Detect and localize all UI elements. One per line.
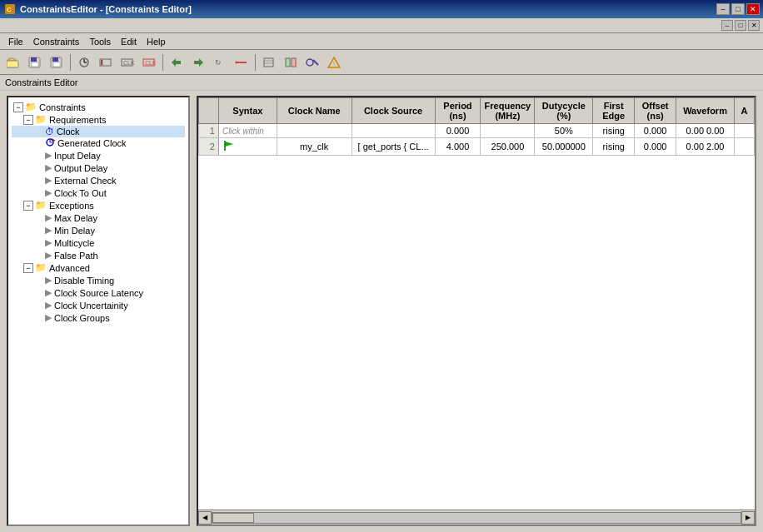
col-clock-source[interactable]: Clock Source bbox=[352, 98, 435, 124]
gen-clock-icon bbox=[45, 138, 55, 148]
toolbar-timing-1[interactable] bbox=[74, 53, 94, 72]
h-scroll-track[interactable] bbox=[212, 512, 741, 524]
toolbar-timing-4[interactable]: CLK bbox=[139, 53, 159, 72]
tree-item-clock[interactable]: ⏱ Clock bbox=[12, 126, 185, 137]
table-container[interactable]: Syntax Clock Name Clock Source Period(ns… bbox=[198, 97, 755, 510]
h-scroll-thumb[interactable] bbox=[212, 513, 254, 523]
advanced-expander[interactable]: − bbox=[23, 263, 33, 273]
svg-text:C: C bbox=[7, 6, 12, 13]
maximize-button[interactable]: □ bbox=[731, 3, 745, 15]
col-frequency[interactable]: Frequency(MHz) bbox=[481, 98, 535, 124]
table-row[interactable]: 1Click within0.00050%rising0.0000.00 0.0… bbox=[199, 124, 755, 138]
table-row[interactable]: 2my_clk[ get_ports { CL...4.000250.00050… bbox=[199, 138, 755, 156]
inner-close[interactable]: ✕ bbox=[748, 20, 760, 31]
tree-item-clock-to-out[interactable]: ▶ Clock To Out bbox=[12, 186, 185, 199]
tree-item-output-delay[interactable]: ▶ Output Delay bbox=[12, 162, 185, 174]
exceptions-icon: 📁 bbox=[35, 200, 47, 211]
clock-source-cell[interactable]: [ get_ports { CL... bbox=[352, 138, 435, 156]
svg-marker-24 bbox=[235, 61, 237, 64]
col-dutycycle[interactable]: Dutycycle(%) bbox=[535, 98, 593, 124]
extra-cell[interactable] bbox=[734, 124, 754, 138]
requirements-expander[interactable]: − bbox=[23, 115, 33, 125]
clock-table: Syntax Clock Name Clock Source Period(ns… bbox=[198, 97, 755, 156]
toolbar-btn-5[interactable] bbox=[167, 53, 187, 72]
exceptions-expander[interactable]: − bbox=[23, 201, 33, 211]
menu-file[interactable]: File bbox=[3, 35, 28, 48]
clock-name-cell[interactable] bbox=[277, 124, 352, 138]
tree-item-constraints[interactable]: − 📁 Constraints bbox=[12, 101, 185, 113]
tree-panel: − 📁 Constraints − 📁 Requirements ⏱ Clock… bbox=[7, 96, 190, 526]
waveform-cell[interactable]: 0.00 2.00 bbox=[676, 138, 735, 156]
tree-item-clock-groups[interactable]: ▶ Clock Groups bbox=[12, 311, 185, 324]
toolbar-btn-10[interactable] bbox=[281, 53, 301, 72]
inner-maximize[interactable]: □ bbox=[735, 20, 746, 31]
dutycycle-cell[interactable]: 50.000000 bbox=[535, 138, 593, 156]
toolbar-btn-8[interactable] bbox=[232, 53, 252, 72]
first-edge-cell[interactable]: rising bbox=[593, 124, 635, 138]
h-scroll-right-btn[interactable]: ▶ bbox=[741, 511, 755, 525]
frequency-cell[interactable]: 250.000 bbox=[481, 138, 535, 156]
svg-rect-9 bbox=[53, 62, 60, 67]
close-button[interactable]: ✕ bbox=[746, 3, 760, 15]
offset-cell[interactable]: 0.000 bbox=[635, 124, 676, 138]
period-cell[interactable]: 4.000 bbox=[435, 138, 481, 156]
tree-item-external-check[interactable]: ▶ External Check bbox=[12, 174, 185, 186]
tree-item-exceptions[interactable]: − 📁 Exceptions bbox=[12, 199, 185, 211]
menu-constraints[interactable]: Constraints bbox=[28, 35, 85, 48]
toolbar-btn-12[interactable]: ! bbox=[324, 53, 344, 72]
toolbar-btn-7[interactable]: ↻ bbox=[210, 53, 230, 72]
toolbar-save-b-btn[interactable] bbox=[47, 53, 67, 72]
first-edge-cell[interactable]: rising bbox=[593, 138, 635, 156]
tree-item-false-path[interactable]: ▶ False Path bbox=[12, 249, 185, 261]
col-first-edge[interactable]: FirstEdge bbox=[593, 98, 635, 124]
menu-tools[interactable]: Tools bbox=[84, 35, 116, 48]
toolbar-btn-11[interactable] bbox=[302, 53, 322, 72]
tree-item-max-delay[interactable]: ▶ Max Delay bbox=[12, 211, 185, 224]
offset-cell[interactable]: 0.000 bbox=[635, 138, 676, 156]
toolbar-open-btn[interactable] bbox=[3, 53, 23, 72]
col-clock-name[interactable]: Clock Name bbox=[277, 98, 352, 124]
toolbar-btn-9[interactable] bbox=[259, 53, 279, 72]
constraints-expander[interactable]: − bbox=[13, 102, 23, 112]
tree-item-advanced[interactable]: − 📁 Advanced bbox=[12, 261, 185, 274]
tree-item-clock-source-latency[interactable]: ▶ Clock Source Latency bbox=[12, 286, 185, 299]
toolbar-sep-2 bbox=[162, 54, 163, 71]
h-scroll-left-btn[interactable]: ◀ bbox=[198, 511, 212, 525]
tree-item-disable-timing[interactable]: ▶ Disable Timing bbox=[12, 274, 185, 286]
frequency-cell[interactable] bbox=[481, 124, 535, 138]
toolbar-btn-6[interactable] bbox=[188, 53, 208, 72]
col-waveform[interactable]: Waveform bbox=[676, 98, 735, 124]
toolbar-timing-3[interactable]: CLK bbox=[117, 53, 137, 72]
tree-label-constraints: Constraints bbox=[39, 102, 86, 112]
tree-item-input-delay[interactable]: ▶ Input Delay bbox=[12, 149, 185, 162]
col-offset[interactable]: Offset(ns) bbox=[635, 98, 676, 124]
toolbar-timing-2[interactable] bbox=[96, 53, 116, 72]
svg-text:CLK: CLK bbox=[145, 60, 156, 66]
svg-rect-6 bbox=[32, 62, 38, 67]
inner-minimize[interactable]: – bbox=[721, 20, 733, 31]
row-number-cell: 1 bbox=[199, 124, 219, 138]
syntax-cell[interactable]: Click within bbox=[218, 124, 277, 138]
svg-rect-25 bbox=[264, 58, 273, 67]
tree-item-requirements[interactable]: − 📁 Requirements bbox=[12, 113, 185, 126]
tree-item-clock-uncertainity[interactable]: ▶ Clock Uncertainity bbox=[12, 299, 185, 311]
tree-item-generated-clock[interactable]: Generated Clock bbox=[12, 137, 185, 149]
clock-source-cell[interactable] bbox=[352, 124, 435, 138]
clock-name-cell[interactable]: my_clk bbox=[277, 138, 352, 156]
tree-item-multicycle[interactable]: ▶ Multicycle bbox=[12, 236, 185, 249]
period-cell[interactable]: 0.000 bbox=[435, 124, 481, 138]
tree-item-min-delay[interactable]: ▶ Min Delay bbox=[12, 224, 185, 236]
max-delay-icon: ▶ bbox=[45, 212, 52, 223]
col-extra[interactable]: A bbox=[734, 98, 754, 124]
minimize-button[interactable]: – bbox=[716, 3, 730, 15]
toolbar-save-a-btn[interactable] bbox=[25, 53, 45, 72]
extra-cell[interactable] bbox=[734, 138, 754, 156]
dutycycle-cell[interactable]: 50% bbox=[535, 124, 593, 138]
menu-edit[interactable]: Edit bbox=[116, 35, 142, 48]
syntax-cell[interactable] bbox=[218, 138, 277, 156]
svg-point-30 bbox=[307, 59, 313, 66]
col-syntax[interactable]: Syntax bbox=[218, 98, 277, 124]
col-period[interactable]: Period(ns) bbox=[435, 98, 481, 124]
waveform-cell[interactable]: 0.00 0.00 bbox=[676, 124, 735, 138]
menu-help[interactable]: Help bbox=[142, 35, 171, 48]
